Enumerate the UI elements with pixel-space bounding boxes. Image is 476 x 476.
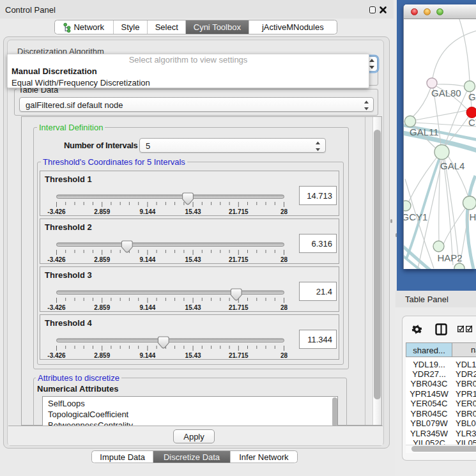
svg-text:15.43: 15.43 bbox=[185, 256, 201, 263]
svg-text:15.43: 15.43 bbox=[185, 208, 201, 215]
svg-text:2.859: 2.859 bbox=[94, 352, 110, 359]
svg-text:-3.426: -3.426 bbox=[47, 256, 66, 263]
svg-text:21.715: 21.715 bbox=[229, 304, 249, 311]
svg-text:-3.426: -3.426 bbox=[47, 208, 66, 215]
svg-text:HA: HA bbox=[470, 211, 476, 222]
svg-text:28: 28 bbox=[280, 256, 288, 263]
svg-text:HAP2: HAP2 bbox=[438, 252, 463, 263]
svg-text:GAL: GAL bbox=[468, 91, 476, 102]
svg-text:-3.426: -3.426 bbox=[47, 304, 66, 311]
svg-text:2.859: 2.859 bbox=[94, 208, 110, 215]
svg-text:21.715: 21.715 bbox=[229, 256, 249, 263]
svg-text:15.43: 15.43 bbox=[185, 352, 201, 359]
svg-text:GAL11: GAL11 bbox=[410, 127, 439, 137]
svg-text:9.144: 9.144 bbox=[139, 208, 155, 215]
svg-text:9.144: 9.144 bbox=[139, 304, 155, 311]
svg-text:15.43: 15.43 bbox=[185, 304, 201, 311]
svg-text:2.859: 2.859 bbox=[94, 256, 110, 263]
svg-text:GAL4: GAL4 bbox=[440, 160, 464, 171]
svg-text:GAL80: GAL80 bbox=[431, 88, 461, 98]
svg-text:28: 28 bbox=[280, 352, 288, 359]
svg-text:21.715: 21.715 bbox=[229, 208, 249, 215]
svg-text:GCY1: GCY1 bbox=[404, 211, 427, 222]
svg-text:2.859: 2.859 bbox=[94, 304, 110, 311]
svg-text:9.144: 9.144 bbox=[139, 256, 155, 263]
svg-text:28: 28 bbox=[280, 304, 288, 311]
svg-text:9.144: 9.144 bbox=[139, 352, 155, 359]
svg-text:28: 28 bbox=[280, 208, 288, 215]
svg-text:CY: CY bbox=[468, 117, 476, 128]
svg-text:21.715: 21.715 bbox=[229, 352, 249, 359]
svg-text:-3.426: -3.426 bbox=[47, 352, 66, 359]
